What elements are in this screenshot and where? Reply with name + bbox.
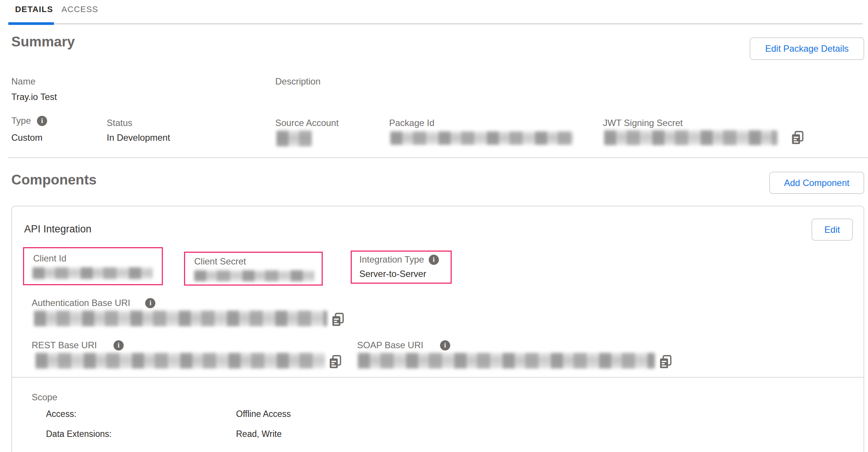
integration-type-label: Integration Type	[359, 254, 424, 265]
soap-base-uri-redacted-value	[358, 353, 655, 369]
scope-row-value: Offline Access	[236, 409, 291, 419]
copy-icon[interactable]	[331, 312, 345, 328]
soap-base-uri-label-row: SOAP Base URI i	[357, 340, 450, 351]
source-account-label: Source Account	[275, 118, 339, 128]
rest-base-uri-redacted-value	[35, 353, 325, 369]
client-secret-redacted-value	[194, 270, 314, 281]
auth-base-uri-label: Authentication Base URI	[32, 298, 130, 308]
auth-base-uri-redacted-value	[34, 311, 327, 326]
package-id-redacted-value	[390, 131, 573, 145]
scope-row-label: Data Extensions:	[46, 429, 112, 439]
client-secret-label: Client Secret	[194, 256, 246, 267]
jwt-signing-secret-redacted-value	[604, 130, 778, 145]
tab-underline-track	[8, 23, 863, 25]
info-icon[interactable]: i	[440, 340, 450, 351]
copy-icon[interactable]	[658, 355, 673, 371]
add-component-button[interactable]: Add Component	[769, 172, 864, 194]
client-id-redacted-value	[32, 267, 152, 279]
client-id-highlight-box: Client Id	[23, 247, 163, 285]
source-account-redacted-value	[276, 131, 312, 146]
scope-row-value: Read, Write	[236, 429, 282, 439]
api-integration-title: API Integration	[24, 223, 92, 235]
status-label: Status	[107, 118, 132, 128]
integration-type-value: Server-to-Server	[359, 269, 426, 279]
status-value: In Development	[107, 132, 170, 143]
installed-package-details-page: DETAILS ACCESS Summary Edit Package Deta…	[0, 0, 868, 452]
jwt-signing-secret-label: JWT Signing Secret	[603, 118, 683, 128]
tab-active-indicator	[8, 22, 54, 25]
client-id-label: Client Id	[33, 253, 66, 264]
integration-type-label-row: Integration Type i	[359, 254, 439, 265]
soap-base-uri-label: SOAP Base URI	[357, 340, 423, 351]
scope-divider	[12, 377, 863, 378]
scope-row-label: Access:	[46, 409, 77, 419]
integration-type-highlight-box: Integration Type i Server-to-Server	[351, 251, 452, 284]
tab-access[interactable]: ACCESS	[61, 5, 98, 14]
client-secret-highlight-box: Client Secret	[184, 252, 323, 286]
rest-base-uri-label-row: REST Base URI i	[32, 340, 124, 351]
name-value: Tray.io Test	[11, 92, 57, 102]
summary-heading: Summary	[11, 34, 75, 50]
components-heading: Components	[11, 172, 97, 188]
api-integration-card: API Integration Edit Client Id Client Se…	[11, 206, 864, 452]
edit-api-integration-button[interactable]: Edit	[811, 218, 853, 241]
copy-icon[interactable]	[328, 355, 342, 371]
type-label-row: Type i	[11, 115, 47, 126]
edit-package-details-button[interactable]: Edit Package Details	[750, 37, 864, 60]
info-icon[interactable]: i	[37, 116, 47, 126]
copy-icon[interactable]	[790, 131, 805, 146]
info-icon[interactable]: i	[113, 340, 124, 351]
rest-base-uri-label: REST Base URI	[32, 340, 97, 351]
type-value: Custom	[11, 132, 43, 143]
name-label: Name	[11, 76, 35, 87]
tab-details[interactable]: DETAILS	[15, 5, 53, 14]
info-icon[interactable]: i	[145, 298, 155, 308]
package-id-label: Package Id	[389, 118, 434, 128]
scope-heading: Scope	[32, 392, 57, 403]
type-label: Type	[11, 115, 31, 126]
info-icon[interactable]: i	[429, 255, 439, 265]
auth-base-uri-label-row: Authentication Base URI i	[32, 298, 155, 308]
section-divider	[8, 157, 868, 158]
description-label: Description	[275, 76, 321, 87]
